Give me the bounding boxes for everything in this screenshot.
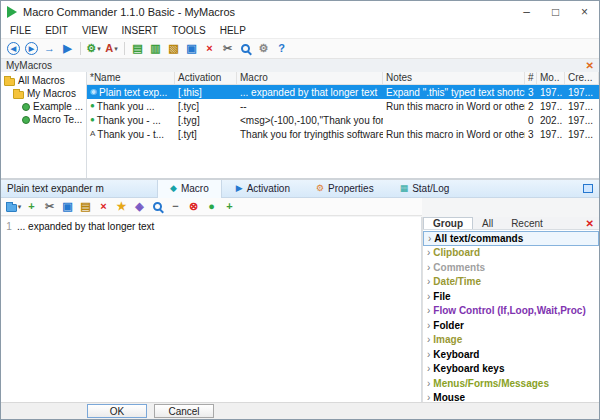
settings-icon[interactable]: ⚙: [255, 40, 272, 57]
tab-macro[interactable]: ◆Macro: [157, 180, 222, 198]
variables-icon[interactable]: ◈: [131, 198, 148, 215]
palette-item-keyboard[interactable]: ›Keyboard: [423, 347, 599, 362]
go-icon[interactable]: →: [41, 40, 58, 57]
column-header-notes[interactable]: Notes: [383, 72, 525, 84]
palette-tab-all[interactable]: All: [473, 217, 502, 229]
stop-icon[interactable]: ⊗: [185, 198, 202, 215]
insert-command-icon[interactable]: ▾: [5, 198, 22, 215]
app-logo-icon: [7, 6, 17, 18]
copy-icon[interactable]: ▣: [183, 40, 200, 57]
window-title: Macro Commander 1.1.0 Basic - MyMacros: [23, 6, 235, 18]
menu-help[interactable]: HELP: [213, 25, 253, 36]
close-button[interactable]: ×: [570, 1, 599, 23]
palette-item-keyboard-keys[interactable]: ›Keyboard keys: [423, 362, 599, 377]
palette-item-clipboard[interactable]: ›Clipboard: [423, 246, 599, 261]
add-command-icon-glyph: +: [28, 201, 34, 212]
record-icon[interactable]: ●: [203, 198, 220, 215]
palette-item-file[interactable]: ›File: [423, 289, 599, 304]
macro-type-icon: ●: [90, 116, 95, 124]
palette-tab-recent[interactable]: Recent: [502, 217, 552, 229]
search-icon[interactable]: [237, 40, 254, 57]
minimize-button[interactable]: –: [512, 1, 541, 23]
add-command-icon[interactable]: +: [23, 198, 40, 215]
cell-macro: <msg>(-100,-100,"Thank you for trying th…: [237, 113, 383, 127]
palette-item-menus-forms-messages[interactable]: ›Menus/Forms/Messages: [423, 376, 599, 391]
run-icon[interactable]: ▶: [59, 40, 76, 57]
forward-icon[interactable]: ▶: [23, 40, 40, 57]
cell-notes: [383, 113, 525, 127]
maximize-button[interactable]: □: [541, 1, 570, 23]
tab-stat-log[interactable]: ▦Stat/Log: [388, 180, 462, 198]
ok-button[interactable]: OK: [87, 404, 147, 418]
delete-icon[interactable]: ×: [201, 40, 218, 57]
macro-type-icon: A: [90, 130, 95, 138]
back-icon[interactable]: ◀: [5, 40, 22, 57]
palette-item-folder[interactable]: ›Folder: [423, 318, 599, 333]
main-toolbar: ◀▶→▶⚙▾A▾▤▥▧▣×✂⚙?: [1, 39, 599, 59]
tree-item-macro-te[interactable]: Macro Te...: [1, 113, 86, 126]
close-document-icon[interactable]: ✕: [586, 61, 594, 71]
column-header-macro[interactable]: Macro: [237, 72, 383, 84]
cut-icon[interactable]: ✂: [219, 40, 236, 57]
palette-item-date-time[interactable]: ›Date/Time: [423, 275, 599, 290]
palette-item-label: Clipboard: [433, 247, 480, 258]
zoom-out-icon[interactable]: −: [167, 198, 184, 215]
delete-icon[interactable]: ×: [95, 198, 112, 215]
chevron-right-icon: ›: [428, 233, 431, 244]
macro-row-thank-you[interactable]: ●Thank you ...[.tyc]--Run this macro in …: [87, 99, 599, 113]
column-header-cre[interactable]: Cre...: [565, 72, 599, 84]
export-icon[interactable]: ▥: [147, 40, 164, 57]
palette-item-flow-control-if-loop-wait-proc[interactable]: ›Flow Control (If,Loop,Wait,Proc): [423, 304, 599, 319]
insert-plus-icon[interactable]: +: [221, 198, 238, 215]
tab-activation[interactable]: ▶Activation: [224, 180, 302, 198]
column-header-mo[interactable]: Mo..: [537, 72, 565, 84]
chevron-right-icon: ›: [427, 291, 430, 302]
menu-view[interactable]: VIEW: [75, 25, 115, 36]
macro-table: *NameActivationMacroNotes#Mo..Cre... ◉Pl…: [87, 72, 599, 178]
editor-content[interactable]: ... expanded by that longer text: [17, 217, 154, 404]
tree-item-example[interactable]: Example ...: [1, 100, 86, 113]
copy-icon[interactable]: ▣: [59, 198, 76, 215]
editor-panel: Plain text expander m ◆Macro▶Activation⚙…: [1, 178, 599, 404]
find-icon[interactable]: [149, 198, 166, 215]
palette-item-image[interactable]: ›Image: [423, 333, 599, 348]
paste-icon[interactable]: ▧: [165, 40, 182, 57]
cancel-button[interactable]: Cancel: [154, 404, 214, 418]
palette-close-icon[interactable]: ✕: [581, 217, 599, 229]
wizard-icon[interactable]: ★: [113, 198, 130, 215]
help-icon[interactable]: ?: [273, 40, 290, 57]
macro-settings-icon-glyph: ⚙: [86, 43, 96, 54]
wizard-icon-glyph: ★: [117, 201, 127, 212]
macro-row-thank-you[interactable]: ●Thank you - ...[.tyg]<msg>(-100,-100,"T…: [87, 113, 599, 127]
column-header-activation[interactable]: Activation: [175, 72, 237, 84]
font-color-icon[interactable]: A▾: [103, 40, 120, 57]
run-icon-glyph: ▶: [63, 43, 71, 54]
column-header-name[interactable]: *Name: [87, 72, 175, 84]
window-controls: – □ ×: [512, 1, 599, 23]
tab-properties[interactable]: ⚙Properties: [304, 180, 386, 198]
menu-edit[interactable]: EDIT: [38, 25, 75, 36]
cut-icon[interactable]: ✂: [41, 198, 58, 215]
menu-file[interactable]: FILE: [3, 25, 38, 36]
palette-item-all-text-commands[interactable]: ›All text/commands: [423, 231, 599, 246]
import-icon[interactable]: ▤: [129, 40, 146, 57]
macro-row-thank-you-t[interactable]: AThank you - t...[.tyt]Thank you for try…: [87, 127, 599, 141]
tree-item-all-macros[interactable]: All Macros: [1, 74, 86, 87]
tree-item-my-macros[interactable]: My Macros: [1, 87, 86, 100]
menu-tools[interactable]: TOOLS: [165, 25, 213, 36]
palette-tab-group[interactable]: Group: [423, 217, 473, 229]
paste-icon[interactable]: ▤: [77, 198, 94, 215]
chevron-right-icon: ›: [427, 320, 430, 331]
document-tab-label[interactable]: MyMacros: [6, 60, 52, 71]
dock-panel-icon[interactable]: [583, 184, 593, 193]
cell-modified: 197..: [537, 99, 565, 113]
chevron-right-icon: ›: [427, 363, 430, 374]
macro-editor[interactable]: 1 ... expanded by that longer text: [1, 217, 422, 404]
menu-insert[interactable]: INSERT: [114, 25, 165, 36]
palette-item-label: Flow Control (If,Loop,Wait,Proc): [433, 305, 585, 316]
column-header-[interactable]: #: [525, 72, 537, 84]
macro-settings-icon[interactable]: ⚙▾: [85, 40, 102, 57]
cell-created: 197...: [565, 85, 599, 99]
macro-row-plain-text-exp[interactable]: ◉Plain text exp...[.this]... expanded by…: [87, 85, 599, 99]
palette-item-comments[interactable]: ›Comments: [423, 260, 599, 275]
